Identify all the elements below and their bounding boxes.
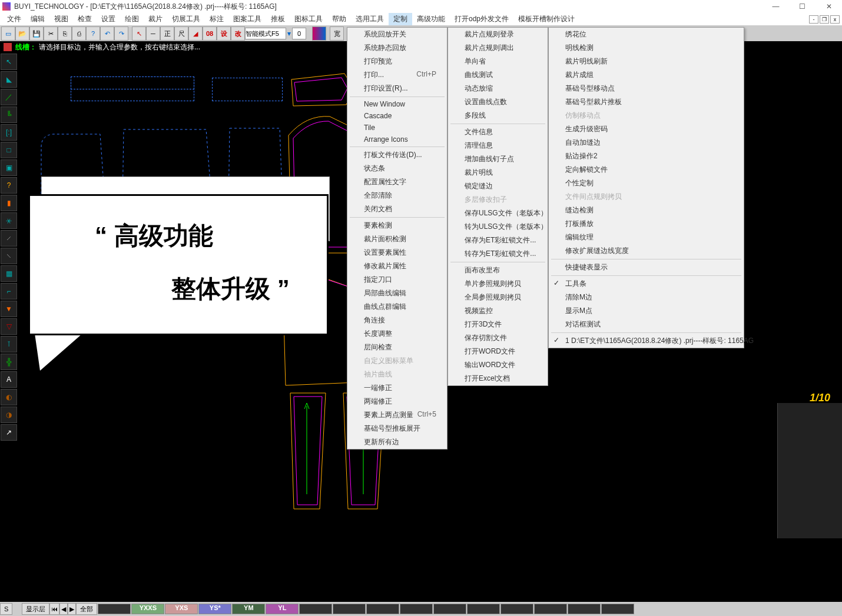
redo-icon[interactable]: ↷	[114, 26, 128, 41]
num-input[interactable]	[292, 28, 306, 39]
size-empty[interactable]	[366, 604, 399, 614]
menu-item-裁片面积检测[interactable]: 裁片面积检测	[347, 232, 447, 246]
menu-item-缝边检测[interactable]: 缝边检测	[549, 204, 744, 217]
menu-item-打印预览[interactable]: 打印预览	[347, 55, 447, 68]
menu-item-打板文件传送(D)...[interactable]: 打板文件传送(D)...	[347, 148, 447, 162]
menu-item-状态条[interactable]: 状态条	[347, 162, 447, 175]
side-tool-11[interactable]: ⟍	[1, 248, 17, 264]
menu-item-一端修正[interactable]: 一端修正	[347, 381, 447, 395]
mdi-close[interactable]: x	[830, 15, 840, 24]
menu-item-保存为ET彩虹锁文件...[interactable]: 保存为ET彩虹锁文件...	[448, 234, 548, 247]
menu-图案工具[interactable]: 图案工具	[228, 13, 266, 25]
menu-item-设置曲线点数[interactable]: 设置曲线点数	[448, 95, 548, 109]
size-YXXS[interactable]: YXXS	[131, 604, 164, 614]
side-tool-12[interactable]: ▦	[1, 265, 17, 282]
size-YM[interactable]: YM	[232, 604, 265, 614]
menu-视图[interactable]: 视图	[49, 13, 73, 25]
footer-layer[interactable]: 显示层	[22, 603, 49, 615]
menu-item-要素检测[interactable]: 要素检测	[347, 219, 447, 232]
side-tool-3[interactable]: ╚	[1, 106, 17, 123]
footer-s[interactable]: S	[0, 603, 12, 615]
menu-item-转为ULSG文件（老版本）[interactable]: 转为ULSG文件（老版本）	[448, 220, 548, 234]
menu-检查[interactable]: 检查	[73, 13, 97, 25]
menu-切展工具[interactable]: 切展工具	[167, 13, 205, 25]
side-tool-9[interactable]: ⚹	[1, 212, 17, 229]
menu-item-修改裁片属性[interactable]: 修改裁片属性	[347, 259, 447, 273]
menu-item-裁片点规则调出[interactable]: 裁片点规则调出	[448, 41, 548, 55]
menu-item-贴边操作2[interactable]: 贴边操作2	[549, 149, 744, 163]
menu-item-Cascade[interactable]: Cascade	[347, 110, 447, 122]
size-empty[interactable]	[601, 604, 634, 614]
menu-item-锁定缝边[interactable]: 锁定缝边	[448, 179, 548, 193]
menu-帮助[interactable]: 帮助	[327, 13, 351, 25]
menu-item-层间检查[interactable]: 层间检查	[347, 341, 447, 354]
menu-item-要素上两点测量[interactable]: 要素上两点测量Ctrl+5	[347, 408, 447, 422]
size-YS*[interactable]: YS*	[198, 604, 231, 614]
menu-item-关闭文档[interactable]: 关闭文档	[347, 202, 447, 216]
side-tool-7[interactable]: ?	[1, 177, 17, 194]
menu-图标工具[interactable]: 图标工具	[290, 13, 327, 25]
footer-rewind[interactable]: ⏮	[49, 603, 59, 615]
menu-item-修改扩展缝边线宽度[interactable]: 修改扩展缝边线宽度	[549, 244, 744, 258]
menu-item-打印设置(R)...[interactable]: 打印设置(R)...	[347, 82, 447, 95]
size-YL[interactable]: YL	[266, 604, 299, 614]
line-icon[interactable]: ─	[146, 26, 160, 41]
side-tool-0[interactable]: ↖	[1, 54, 17, 70]
menu-item-基础号型裁片推板[interactable]: 基础号型裁片推板	[549, 95, 744, 109]
menu-item-快捷键表显示[interactable]: 快捷键表显示	[549, 261, 744, 274]
side-tool-10[interactable]: ⟋	[1, 230, 17, 247]
menu-item-保存切割文件[interactable]: 保存切割文件	[448, 331, 548, 345]
menu-item-1 D:\ET文件\1165AG(2018.8.24修改)  .prj----样板号: 1165AG[interactable]: ✓1 D:\ET文件\1165AG(2018.8.24修改) .prj----样…	[549, 334, 744, 348]
mode-input[interactable]	[245, 28, 286, 39]
menu-item-配置属性文字[interactable]: 配置属性文字	[347, 175, 447, 189]
menu-item-定向解锁文件[interactable]: 定向解锁文件	[549, 163, 744, 177]
she-btn[interactable]: 设	[217, 26, 231, 41]
kuan-btn[interactable]: 宽	[330, 26, 344, 41]
menu-item-两端修正[interactable]: 两端修正	[347, 395, 447, 408]
menu-选用工具[interactable]: 选用工具	[351, 13, 389, 25]
menu-item-单向省[interactable]: 单向省	[448, 55, 548, 68]
menu-item-个性定制[interactable]: 个性定制	[549, 177, 744, 190]
menu-item-编辑纹理[interactable]: 编辑纹理	[549, 231, 744, 244]
print-icon[interactable]: ⎙	[72, 26, 86, 41]
menu-item-Tile[interactable]: Tile	[347, 122, 447, 134]
menu-item-打印...[interactable]: 打印...Ctrl+P	[347, 68, 447, 82]
menu-item-全局参照规则拷贝[interactable]: 全局参照规则拷贝	[448, 291, 548, 304]
menu-item-局部曲线编辑[interactable]: 局部曲线编辑	[347, 287, 447, 300]
size-empty[interactable]	[568, 604, 601, 614]
size-empty[interactable]	[333, 604, 366, 614]
menu-设置[interactable]: 设置	[97, 13, 120, 25]
menu-item-Arrange Icons[interactable]: Arrange Icons	[347, 134, 447, 145]
menu-模板开槽制作设计[interactable]: 模板开槽制作设计	[513, 13, 579, 25]
menu-item-输出WORD文件[interactable]: 输出WORD文件	[448, 358, 548, 372]
open-icon[interactable]: 📂	[15, 26, 29, 41]
mdi-minimize[interactable]: -	[809, 15, 818, 24]
maximize-button[interactable]: ☐	[789, 0, 816, 13]
footer-all[interactable]: 全部	[76, 603, 97, 615]
menu-item-多段线[interactable]: 多段线	[448, 109, 548, 122]
menu-item-New Window[interactable]: New Window	[347, 98, 447, 110]
menu-item-长度调整[interactable]: 长度调整	[347, 327, 447, 341]
side-tool-1[interactable]: ◣	[1, 71, 17, 88]
menu-item-基础号型推板展开[interactable]: 基础号型推板展开	[347, 422, 447, 435]
menu-item-角连接[interactable]: 角连接	[347, 314, 447, 327]
menu-item-生成升级密码[interactable]: 生成升级密码	[549, 122, 744, 136]
menu-item-裁片明线刷新[interactable]: 裁片明线刷新	[549, 55, 744, 68]
menu-item-设置要素属性[interactable]: 设置要素属性	[347, 246, 447, 259]
menu-推板[interactable]: 推板	[266, 13, 290, 25]
menu-item-动态放缩[interactable]: 动态放缩	[448, 82, 548, 95]
menu-item-更新所有边[interactable]: 更新所有边	[347, 435, 447, 449]
menu-item-曲线测试[interactable]: 曲线测试	[448, 68, 548, 82]
menu-item-清理信息[interactable]: 清理信息	[448, 139, 548, 152]
side-tool-21[interactable]: ↗	[1, 424, 17, 441]
menu-item-文件信息[interactable]: 文件信息	[448, 125, 548, 139]
side-tool-5[interactable]: □	[1, 142, 17, 158]
footer-prev[interactable]: ◀	[59, 603, 68, 615]
chi-icon[interactable]: 尺	[174, 26, 188, 41]
menu-item-单片参照规则拷贝[interactable]: 单片参照规则拷贝	[448, 277, 548, 291]
side-tool-15[interactable]: ▽	[1, 318, 17, 335]
undo-icon[interactable]: ↶	[100, 26, 114, 41]
menu-item-对话框测试[interactable]: 对话框测试	[549, 318, 744, 331]
gai-btn[interactable]: 改	[231, 26, 245, 41]
menu-item-绣花位[interactable]: 绣花位	[549, 28, 744, 41]
